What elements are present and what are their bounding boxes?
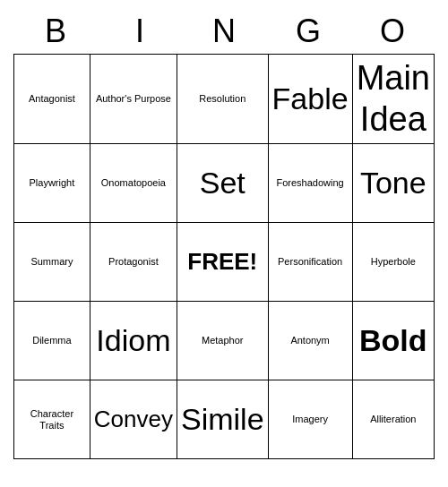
bingo-cell: Dilemma [14,302,90,380]
bingo-cell: Character Traits [14,380,90,459]
bingo-cell: Author's Purpose [90,55,177,144]
bingo-cell: Foreshadowing [269,144,353,223]
bingo-cell: Main Idea [353,55,435,144]
bingo-cell: Bold [353,302,435,380]
bingo-cell: Imagery [269,380,353,459]
bingo-cell: Antagonist [14,55,90,144]
bingo-cell: Idiom [90,302,177,380]
bingo-cell: Alliteration [353,380,435,459]
bingo-cell: Simile [177,380,269,459]
bingo-cell: Antonym [269,302,353,380]
bingo-cell: Protagonist [90,223,177,302]
bingo-cell: FREE! [177,223,269,302]
bingo-cell: Playwright [14,144,90,223]
header-letter: G [266,9,350,54]
bingo-cell: Tone [353,144,435,223]
bingo-cell: Summary [14,223,90,302]
bingo-grid: AntagonistAuthor's PurposeResolutionFabl… [13,54,435,459]
bingo-card: BINGO AntagonistAuthor's PurposeResoluti… [13,9,435,459]
header-letter: O [350,9,435,54]
header-letter: B [13,9,98,54]
header-letter: I [98,9,182,54]
bingo-header: BINGO [13,9,435,54]
bingo-cell: Hyperbole [353,223,435,302]
bingo-cell: Fable [269,55,353,144]
bingo-cell: Resolution [177,55,269,144]
bingo-cell: Personification [269,223,353,302]
bingo-cell: Onomatopoeia [90,144,177,223]
bingo-cell: Metaphor [177,302,269,380]
bingo-cell: Set [177,144,269,223]
bingo-cell: Convey [90,380,177,459]
header-letter: N [182,9,266,54]
